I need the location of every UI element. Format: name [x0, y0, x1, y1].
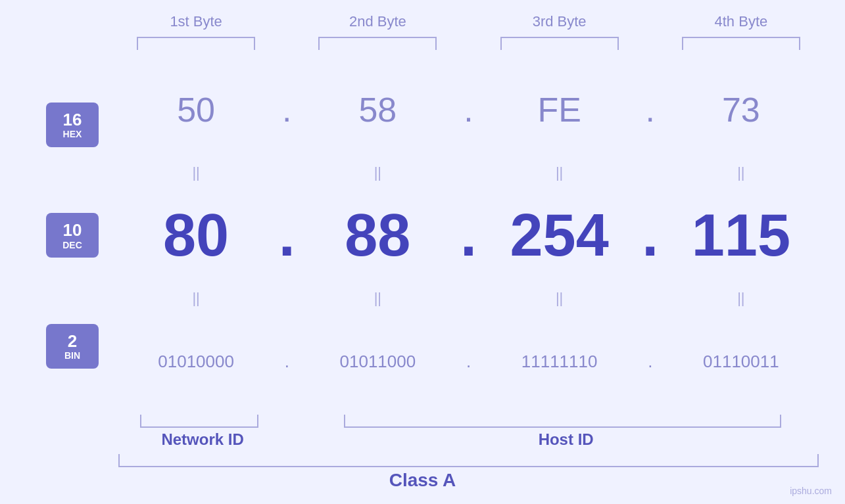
dec-b1: 80 — [163, 202, 229, 268]
equals-2-b4: || — [737, 290, 744, 306]
dec-base-label: DEC — [62, 240, 82, 250]
class-section: Class A — [26, 454, 819, 491]
hex-dot1: . — [282, 91, 291, 129]
bin-base-number: 2 — [68, 332, 77, 351]
hex-b3: FE — [537, 91, 581, 129]
host-id-label: Host ID — [313, 430, 819, 449]
bracket-b2 — [318, 37, 437, 50]
hex-dot2: . — [464, 91, 473, 129]
dec-dot3: . — [642, 202, 658, 268]
bin-dot2: . — [466, 352, 471, 371]
class-label: Class A — [26, 470, 819, 491]
watermark: ipshu.com — [790, 486, 832, 496]
id-labels-row: Network ID Host ID — [26, 430, 819, 449]
network-bracket-cell — [118, 415, 280, 428]
byte2-header: 2nd Byte — [300, 13, 455, 30]
bin-row: 01010000 . 01011000 . 11111110 . 0111001… — [118, 308, 819, 415]
equals-2-b3: || — [556, 290, 563, 306]
equals-2-b2: || — [374, 290, 381, 306]
hex-b4: 73 — [722, 91, 760, 129]
dec-dot1: . — [279, 202, 295, 268]
equals-1-b1: || — [192, 164, 199, 181]
byte3-header: 3rd Byte — [482, 13, 637, 30]
class-bracket — [118, 454, 819, 467]
bin-b3: 11111110 — [521, 352, 598, 371]
hex-base-label: HEX — [63, 129, 82, 139]
hex-dot3: . — [646, 91, 655, 129]
byte-headers-row: 1st Byte 2nd Byte 3rd Byte 4th Byte — [26, 13, 819, 30]
bin-b2: 01011000 — [340, 352, 416, 371]
hex-badge: 16 HEX — [46, 103, 99, 147]
main-container: 1st Byte 2nd Byte 3rd Byte 4th Byte 16 H… — [0, 0, 845, 504]
dec-base-number: 10 — [63, 221, 82, 240]
byte4-header: 4th Byte — [664, 13, 819, 30]
equals-1-b2: || — [374, 164, 381, 181]
bracket-b1 — [137, 37, 255, 50]
hex-b2: 58 — [358, 91, 397, 129]
byte1-header: 1st Byte — [118, 13, 274, 30]
dec-badge: 10 DEC — [46, 213, 99, 258]
network-id-label: Network ID — [118, 430, 287, 449]
hex-b1: 50 — [177, 91, 215, 129]
badges-column: 16 HEX 10 DEC 2 BIN — [26, 57, 118, 415]
bin-b4: 01110011 — [703, 352, 779, 371]
hex-base-number: 16 — [63, 110, 82, 129]
dec-dot2: . — [460, 202, 477, 268]
equals-row-2: || || || || — [118, 288, 819, 308]
host-bracket-cell — [306, 415, 819, 428]
top-brackets-row — [26, 37, 819, 50]
dec-row: 80 . 88 . 254 . 115 — [118, 183, 819, 289]
hex-row: 50 . 58 . FE . 73 — [118, 57, 819, 163]
bottom-brackets-container — [26, 415, 819, 428]
equals-1-b4: || — [737, 164, 744, 181]
bin-dot3: . — [648, 352, 652, 371]
data-area: 50 . 58 . FE . 73 || || || || 80 — [118, 57, 819, 415]
bin-base-label: BIN — [64, 350, 80, 361]
equals-row-1: || || || || — [118, 163, 819, 183]
bin-b1: 01010000 — [158, 352, 234, 371]
dec-b2: 88 — [345, 202, 410, 268]
network-bracket — [140, 415, 258, 428]
bracket-b3 — [500, 37, 619, 50]
bracket-b4 — [682, 37, 800, 50]
dec-b3: 254 — [510, 202, 609, 268]
host-bracket — [344, 415, 781, 428]
equals-1-b3: || — [556, 164, 563, 181]
equals-2-b1: || — [192, 290, 199, 306]
bin-badge: 2 BIN — [46, 324, 99, 369]
dec-b4: 115 — [692, 202, 790, 268]
bin-dot1: . — [285, 352, 289, 371]
